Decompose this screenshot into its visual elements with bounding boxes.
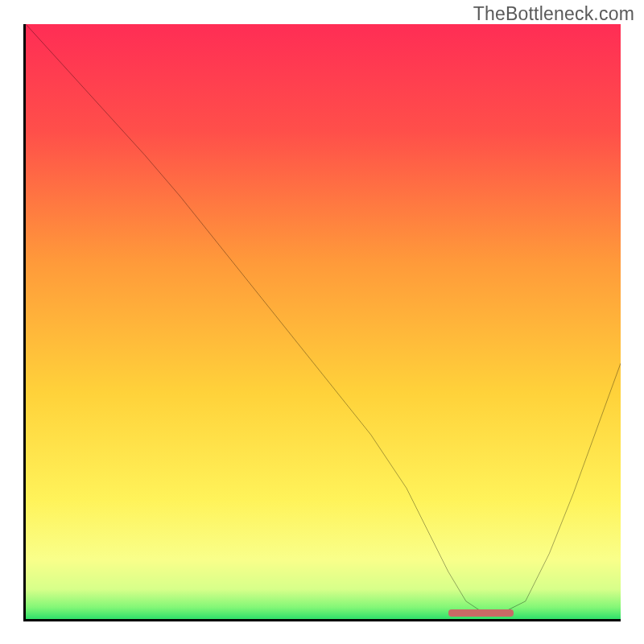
optimal-marker (448, 609, 514, 617)
watermark-text: TheBottleneck.com (473, 3, 634, 25)
plot-area (26, 24, 621, 619)
bottleneck-curve (26, 24, 621, 619)
